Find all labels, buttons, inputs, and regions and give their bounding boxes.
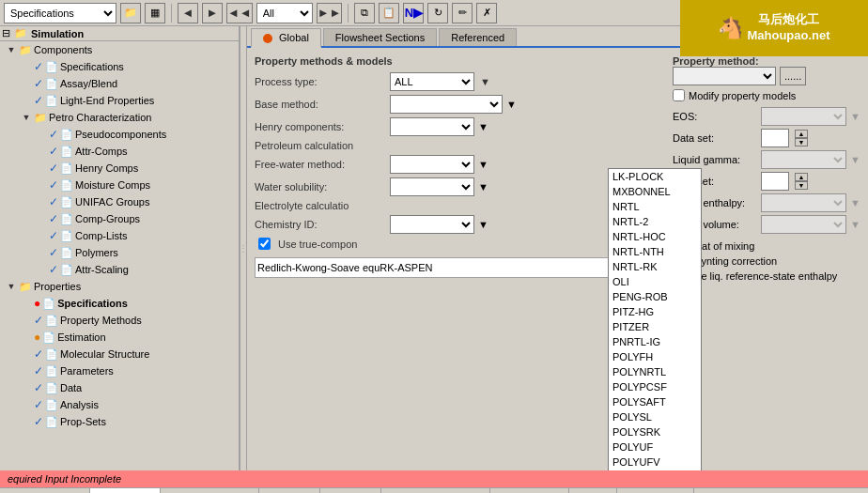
dropdown-item-nrtl[interactable]: NRTL <box>609 199 701 214</box>
dataset2-spinner[interactable]: ▲ ▼ <box>795 173 808 190</box>
dropdown-item-polypcsf[interactable]: POLYPCSF <box>609 379 701 394</box>
process-type-select[interactable]: ALL <box>390 72 474 91</box>
tab-flowsheet-sections[interactable]: Flowsheet Sections <box>323 28 437 46</box>
water-solubility-select[interactable] <box>390 177 474 196</box>
dataset1-up[interactable]: ▲ <box>795 130 808 138</box>
dropdown-item-nrtl-rk[interactable]: NRTL-RK <box>609 259 701 274</box>
dropdown-item-oli[interactable]: OLI <box>609 274 701 289</box>
bottom-tab-heat-exchangers[interactable]: Heat Exchangers <box>161 488 259 493</box>
toolbar-grid-btn[interactable]: ▦ <box>145 3 165 23</box>
bottom-tab-mixers[interactable]: Mixers/Splitters <box>0 488 90 493</box>
dropdown-item-polysaft[interactable]: POLYSAFT <box>609 394 701 409</box>
sidebar-item-components[interactable]: ▼ 📁 Components <box>0 41 239 58</box>
dropdown-item-nrtl-2[interactable]: NRTL-2 <box>609 214 701 229</box>
toolbar-copy-btn[interactable]: ⧉ <box>354 3 375 23</box>
toolbar-dropdown[interactable]: Specifications <box>4 3 116 23</box>
sidebar-item-polymers[interactable]: ✓ 📄 Polymers <box>0 244 239 261</box>
sidebar-item-comp-groups[interactable]: ✓ 📄 Comp-Groups <box>0 210 239 227</box>
sidebar-item-pseudo[interactable]: ✓ 📄 Pseudocomponents <box>0 126 239 143</box>
nav-back2-btn[interactable]: ◄◄ <box>226 3 253 23</box>
bottom-tab-user-models[interactable]: User Models <box>617 488 695 493</box>
tab-global[interactable]: Global <box>251 28 321 48</box>
dropdown-item-pitz-hg[interactable]: PITZ-HG <box>609 304 701 319</box>
modify-models-checkbox[interactable] <box>673 89 685 101</box>
sidebar-item-henry-comps[interactable]: ✓ 📄 Henry Comps <box>0 160 239 177</box>
sidebar-item-estimation[interactable]: ● 📄 Estimation <box>0 329 239 346</box>
property-method-select[interactable] <box>673 67 776 85</box>
electrolyte-row: Electrolyte calculatio <box>255 200 658 211</box>
dropdown-item-pitzer[interactable]: PITZER <box>609 319 701 334</box>
use-true-comps-checkbox[interactable] <box>258 238 271 250</box>
toolbar-edit-btn[interactable]: ✏ <box>452 3 473 23</box>
dataset2-input[interactable]: 1 <box>761 172 789 191</box>
dropdown-item-nrtl-nth[interactable]: NRTL-NTH <box>609 244 701 259</box>
sidebar-item-unifac[interactable]: ✓ 📄 UNIFAC Groups <box>0 193 239 210</box>
sidebar-label-mol-struct: Molecular Structure <box>60 348 149 360</box>
sidebar-item-assay-blend[interactable]: ✓ 📄 Assay/Blend <box>0 75 239 92</box>
eos-select[interactable] <box>761 107 846 126</box>
sidebar-divider[interactable]: ⋮ <box>240 26 247 470</box>
henry-dropdown-list[interactable]: LK-PLOCK MXBONNEL NRTL NRTL-2 NRTL-HOC N… <box>608 168 702 470</box>
bottom-tab-pressure[interactable]: Pressure Changers <box>381 488 490 493</box>
sidebar-item-data[interactable]: ✓ 📄 Data <box>0 379 239 396</box>
sidebar-item-prop-sets[interactable]: ✓ 📄 Prop-Sets <box>0 413 239 430</box>
bottom-tab-solids[interactable]: Solids <box>569 488 617 493</box>
sidebar-item-specifications[interactable]: ✓ 📄 Specifications <box>0 58 239 75</box>
sidebar-item-comp-lists[interactable]: ✓ 📄 Comp-Lists <box>0 227 239 244</box>
toolbar-run-btn[interactable]: N▶ <box>403 3 424 23</box>
sidebar-item-petro-char[interactable]: ▼ 📁 Petro Characterization <box>0 109 239 126</box>
base-method-select[interactable] <box>390 95 503 114</box>
nav-fwd-btn[interactable]: ► <box>202 3 223 23</box>
toolbar-folder-btn[interactable]: 📁 <box>120 3 141 23</box>
expand-petro[interactable]: ▼ <box>19 110 34 125</box>
expand-properties[interactable]: ▼ <box>4 279 19 294</box>
property-method-btn[interactable]: ...... <box>780 67 806 85</box>
sidebar-item-molecular-structure[interactable]: ✓ 📄 Molecular Structure <box>0 346 239 362</box>
sidebar-item-prop-methods[interactable]: ✓ 📄 Property Methods <box>0 312 239 329</box>
dropdown-item-polyfh[interactable]: POLYFH <box>609 349 701 364</box>
dropdown-item-mxbonnel[interactable]: MXBONNEL <box>609 184 701 199</box>
sidebar-expand-all[interactable]: ⊟ <box>2 27 10 39</box>
bottom-tab-reactors[interactable]: Reactors <box>320 488 381 493</box>
free-water-select[interactable] <box>390 155 474 174</box>
dataset1-down[interactable]: ▼ <box>795 138 808 146</box>
toolbar-x-btn[interactable]: ✗ <box>476 3 497 23</box>
nav-fwd2-btn[interactable]: ►► <box>317 3 343 23</box>
dropdown-item-peng-rob[interactable]: PENG-ROB <box>609 289 701 304</box>
dataset2-up[interactable]: ▲ <box>795 173 808 181</box>
dropdown-item-pr-bm[interactable]: PR-BM <box>609 470 701 470</box>
dropdown-item-lk-plock[interactable]: LK-PLOCK <box>609 169 701 184</box>
liquid-volume-select[interactable] <box>761 215 846 234</box>
bottom-tab-manipulators[interactable]: Manipulators <box>490 488 569 493</box>
liquid-enthalpy-select[interactable] <box>761 193 846 212</box>
nav-all-select[interactable]: All <box>256 3 313 23</box>
dropdown-item-polyuf[interactable]: POLYUF <box>609 439 701 454</box>
sidebar-item-attr-scaling[interactable]: ✓ 📄 Attr-Scaling <box>0 261 239 278</box>
dropdown-item-pnrtl-ig[interactable]: PNRTL-IG <box>609 334 701 349</box>
dataset2-down[interactable]: ▼ <box>795 181 808 190</box>
liquid-gamma-select[interactable] <box>761 150 846 169</box>
sidebar-item-prop-specifications[interactable]: ● 📄 Specifications <box>0 295 239 312</box>
dropdown-item-polyufv[interactable]: POLYUFV <box>609 454 701 470</box>
toolbar-paste-btn[interactable]: 📋 <box>379 3 399 23</box>
chemistry-id-select[interactable] <box>390 215 474 234</box>
henry-components-select[interactable] <box>390 117 474 136</box>
nav-back-btn[interactable]: ◄ <box>178 3 198 23</box>
sidebar-item-parameters[interactable]: ✓ 📄 Parameters <box>0 362 239 379</box>
bottom-tab-columns[interactable]: Columns <box>259 488 319 493</box>
sidebar-item-attr-comps[interactable]: ✓ 📄 Attr-Comps <box>0 143 239 160</box>
dropdown-item-nrtl-hoc[interactable]: NRTL-HOC <box>609 229 701 244</box>
dropdown-item-polysl[interactable]: POLYSL <box>609 409 701 424</box>
dataset1-spinner[interactable]: ▲ ▼ <box>795 130 808 146</box>
bottom-tab-separators[interactable]: Separators <box>90 488 161 493</box>
dropdown-item-polynrtl[interactable]: POLYNRTL <box>609 364 701 379</box>
sidebar-item-light-end[interactable]: ✓ 📄 Light-End Properties <box>0 92 239 109</box>
dropdown-item-polysrk[interactable]: POLYSRK <box>609 424 701 439</box>
tab-referenced[interactable]: Referenced <box>439 28 517 46</box>
dataset1-input[interactable]: 1 <box>761 129 789 147</box>
expand-components[interactable]: ▼ <box>4 42 19 57</box>
toolbar-step-btn[interactable]: ↻ <box>427 3 448 23</box>
sidebar-item-moisture-comps[interactable]: ✓ 📄 Moisture Comps <box>0 177 239 193</box>
sidebar-item-analysis[interactable]: ✓ 📄 Analysis <box>0 396 239 413</box>
sidebar-item-properties[interactable]: ▼ 📁 Properties <box>0 278 239 295</box>
